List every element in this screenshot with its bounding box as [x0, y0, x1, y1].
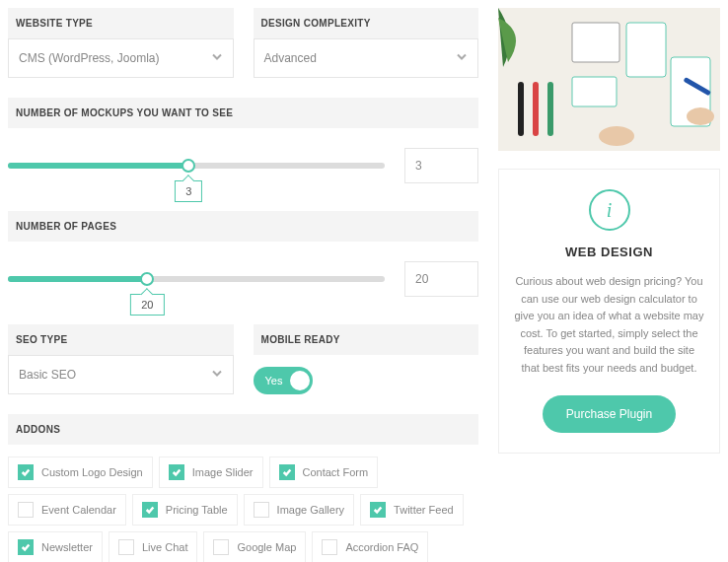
design-complexity-label: DESIGN COMPLEXITY	[254, 8, 479, 38]
addon-label: Event Calendar	[41, 504, 116, 516]
addon-item[interactable]: Image Gallery	[244, 494, 354, 526]
mockups-label: NUMBER OF MOCKUPS YOU WANT TO SEE	[8, 98, 478, 128]
addon-item[interactable]: Newsletter	[8, 531, 103, 562]
addon-item[interactable]: Pricing Table	[132, 494, 238, 526]
addon-label: Contact Form	[303, 466, 369, 478]
addon-item[interactable]: Contact Form	[269, 457, 379, 488]
chevron-down-icon	[456, 51, 468, 66]
website-type-select[interactable]: CMS (WordPress, Joomla)	[8, 38, 234, 78]
addon-label: Accordion FAQ	[345, 541, 418, 553]
svg-rect-3	[572, 77, 617, 106]
checkbox-icon	[322, 539, 337, 555]
card-body: Curious about web design pricing? You ca…	[514, 273, 704, 378]
seo-type-label: SEO TYPE	[8, 324, 234, 355]
addon-label: Image Gallery	[277, 504, 344, 516]
checkbox-checked-icon	[142, 502, 158, 518]
info-icon: i	[589, 189, 630, 231]
card-title: WEB DESIGN	[514, 245, 704, 259]
pages-input[interactable]: 20	[404, 261, 478, 297]
mobile-ready-label: MOBILE READY	[254, 324, 479, 355]
addon-label: Twitter Feed	[394, 504, 454, 516]
addon-item[interactable]: Event Calendar	[8, 494, 126, 526]
website-type-value: CMS (WordPress, Joomla)	[19, 51, 159, 65]
svg-rect-7	[547, 82, 553, 136]
chevron-down-icon	[211, 51, 223, 66]
checkbox-icon	[254, 502, 269, 518]
website-type-label: WEBSITE TYPE	[8, 8, 234, 38]
addons-label: ADDONS	[8, 414, 478, 445]
seo-type-select[interactable]: Basic SEO	[8, 355, 234, 394]
info-card: i WEB DESIGN Curious about web design pr…	[498, 169, 720, 454]
chevron-down-icon	[211, 368, 223, 383]
addon-item[interactable]: Accordion FAQ	[312, 531, 428, 562]
toggle-knob	[290, 371, 310, 390]
addon-item[interactable]: Twitter Feed	[360, 494, 464, 526]
addon-item[interactable]: Google Map	[203, 531, 306, 562]
hero-image	[498, 8, 720, 151]
addon-label: Pricing Table	[166, 504, 228, 516]
mockups-input[interactable]: 3	[404, 148, 478, 183]
svg-rect-1	[626, 23, 666, 77]
svg-point-9	[687, 107, 714, 125]
checkbox-checked-icon	[279, 464, 295, 480]
pages-tooltip: 20	[130, 294, 164, 316]
svg-rect-5	[518, 82, 524, 136]
addon-label: Image Slider	[192, 466, 254, 478]
pages-label: NUMBER OF PAGES	[8, 211, 478, 242]
addon-item[interactable]: Custom Logo Design	[8, 457, 153, 488]
addon-label: Live Chat	[142, 541, 187, 553]
addon-item[interactable]: Image Slider	[159, 457, 263, 488]
checkbox-checked-icon	[18, 464, 34, 480]
checkbox-icon	[18, 502, 34, 518]
svg-point-8	[599, 126, 634, 146]
mockups-tooltip: 3	[175, 180, 202, 202]
design-complexity-value: Advanced	[264, 51, 317, 65]
pages-slider[interactable]: 20	[8, 276, 385, 282]
mobile-ready-toggle[interactable]: Yes	[254, 367, 313, 394]
addon-label: Custom Logo Design	[41, 466, 143, 478]
mockups-slider[interactable]: 3	[8, 163, 385, 169]
addon-label: Newsletter	[41, 541, 93, 553]
toggle-label: Yes	[257, 375, 283, 386]
addon-label: Google Map	[237, 541, 296, 553]
svg-rect-6	[533, 82, 539, 136]
addon-item[interactable]: Live Chat	[109, 531, 197, 562]
checkbox-checked-icon	[18, 539, 34, 555]
design-complexity-select[interactable]: Advanced	[254, 38, 479, 78]
checkbox-checked-icon	[169, 464, 184, 480]
seo-type-value: Basic SEO	[19, 368, 76, 382]
addons-list: Custom Logo DesignImage SliderContact Fo…	[8, 457, 478, 562]
checkbox-icon	[118, 539, 134, 555]
checkbox-checked-icon	[370, 502, 386, 518]
checkbox-icon	[213, 539, 229, 555]
purchase-button[interactable]: Purchase Plugin	[543, 395, 676, 433]
svg-rect-4	[572, 23, 619, 62]
